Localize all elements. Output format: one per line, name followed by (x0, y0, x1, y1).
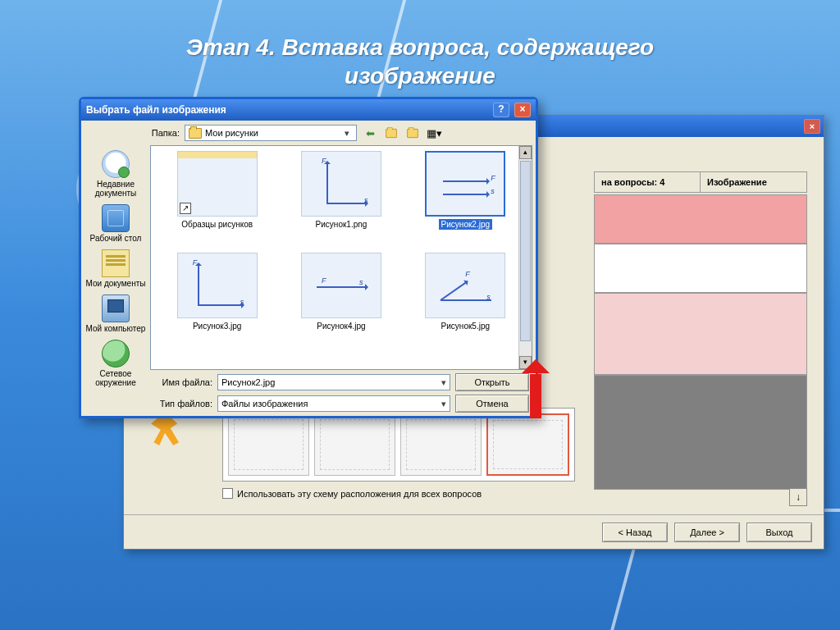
next-button[interactable]: Далее > (674, 523, 740, 542)
file-item-5[interactable]: F s Рисунок5.jpg (404, 253, 527, 351)
scroll-thumb[interactable] (520, 161, 531, 341)
wizard-empty-area (594, 375, 807, 490)
wizard-row-2[interactable] (594, 244, 807, 293)
file-label-0: Образцы рисунков (179, 219, 255, 230)
wizard-col-time: на вопросы: 4 (594, 171, 701, 193)
layout-thumbnails[interactable] (222, 408, 575, 482)
file-thumb-2: F s (425, 151, 505, 217)
file-thumb-4: F s (301, 253, 381, 318)
folder-value: Мои рисунки (205, 128, 258, 138)
file-item-samples[interactable]: ↗ Образцы рисунков (156, 151, 278, 249)
filename-input[interactable]: Рисунок2.jpg ▾ (217, 374, 450, 390)
up-one-level-icon[interactable] (383, 125, 399, 141)
places-bar: Недавние документы Рабочий стол Мои доку… (81, 145, 150, 370)
slide-title: Этап 4. Вставка вопроса, содержащего изо… (0, 33, 840, 90)
wizard-footer: < Назад Далее > Выход (124, 514, 824, 549)
place-documents[interactable]: Мои документы (84, 248, 147, 290)
spin-down-button[interactable]: ↓ (789, 488, 807, 506)
folder-combo[interactable]: Мои рисунки ▾ (185, 125, 357, 141)
close-button-icon[interactable]: × (514, 103, 531, 117)
place-computer-label: Мой компьютер (86, 324, 146, 333)
file-thumb-samples: ↗ (177, 151, 258, 217)
exit-button[interactable]: Выход (746, 523, 812, 542)
file-label-2: Рисунок2.jpg (439, 219, 492, 230)
file-label-1: Рисунок1.png (313, 219, 370, 230)
place-documents-label: Мои документы (86, 279, 146, 288)
help-button-icon[interactable]: ? (493, 103, 509, 117)
cancel-button[interactable]: Отмена (455, 395, 529, 413)
shortcut-icon: ↗ (180, 203, 191, 214)
back-button[interactable]: < Назад (602, 523, 668, 542)
filetype-label: Тип файлов: (155, 399, 212, 409)
desktop-icon (102, 204, 130, 232)
place-recent-label: Недавние документы (95, 180, 137, 198)
wizard-close-icon[interactable]: × (804, 119, 820, 134)
file-label-4: Рисунок4.jpg (314, 321, 368, 331)
filetype-select[interactable]: Файлы изображения ▾ (217, 395, 450, 412)
back-icon[interactable]: ⬅ (362, 125, 378, 141)
file-list-area[interactable]: ↗ Образцы рисунков F s Рисунок1.png (150, 145, 532, 370)
place-desktop-label: Рабочий стол (90, 234, 142, 243)
scroll-up-icon[interactable]: ▴ (519, 146, 532, 159)
folder-icon (189, 128, 202, 139)
use-layout-label: Использовать эту схему расположения для … (237, 489, 482, 499)
filetype-value: Файлы изображения (221, 399, 308, 409)
wizard-col-image: Изображение (701, 171, 807, 193)
file-thumb-1: F s (301, 151, 381, 217)
dialog-toolbar: Папка: Мои рисунки ▾ ⬅ ▦▾ (81, 121, 536, 145)
file-item-3[interactable]: F s Рисунок3.jpg (156, 253, 278, 351)
chevron-down-icon[interactable]: ▾ (441, 377, 446, 388)
file-label-5: Рисунок5.jpg (439, 321, 492, 331)
network-icon (102, 340, 130, 368)
filename-value: Рисунок2.jpg (221, 377, 275, 387)
file-item-1[interactable]: F s Рисунок1.png (280, 151, 402, 249)
layout-option-2[interactable] (314, 413, 395, 476)
dialog-bottom-panel: Имя файла: Рисунок2.jpg ▾ Открыть Тип фа… (81, 370, 536, 416)
new-folder-icon[interactable] (404, 125, 421, 141)
place-desktop[interactable]: Рабочий стол (84, 203, 147, 244)
place-computer[interactable]: Мой компьютер (84, 293, 147, 335)
my-documents-icon (102, 249, 130, 277)
open-file-dialog: Выбрать файл изображения ? × Папка: Мои … (79, 97, 538, 418)
filename-label: Имя файла: (155, 377, 212, 387)
place-network-label: Сетевое окружение (95, 369, 135, 387)
place-network[interactable]: Сетевое окружение (84, 338, 147, 389)
open-button[interactable]: Открыть (455, 373, 529, 391)
file-label-3: Рисунок3.jpg (190, 321, 244, 331)
place-recent[interactable]: Недавние документы (84, 148, 147, 199)
slide-title-line1: Этап 4. Вставка вопроса, содержащего (186, 34, 654, 60)
callout-arrow-icon (525, 359, 546, 418)
layout-option-1[interactable] (228, 413, 309, 476)
dialog-titlebar: Выбрать файл изображения ? × (81, 99, 536, 121)
layout-option-3[interactable] (400, 413, 482, 476)
my-computer-icon (102, 294, 130, 322)
wizard-table-header: на вопросы: 4 Изображение (594, 171, 807, 193)
file-area-scrollbar[interactable]: ▴ ▾ (518, 146, 532, 369)
file-thumb-5: F s (425, 253, 505, 318)
layout-option-4[interactable] (486, 413, 569, 476)
recent-documents-icon (102, 150, 130, 178)
file-item-4[interactable]: F s Рисунок4.jpg (280, 253, 402, 351)
wizard-row-3[interactable] (594, 293, 807, 375)
folder-label: Папка: (147, 128, 180, 138)
slide-title-line2: изображение (345, 63, 495, 89)
view-menu-icon[interactable]: ▦▾ (426, 125, 442, 141)
file-item-2-selected[interactable]: F s Рисунок2.jpg (404, 151, 527, 249)
wizard-row-selected[interactable] (594, 194, 807, 244)
use-layout-checkbox[interactable] (222, 488, 233, 499)
file-thumb-3: F s (177, 253, 258, 318)
chevron-down-icon[interactable]: ▾ (340, 128, 353, 139)
chevron-down-icon[interactable]: ▾ (441, 399, 446, 409)
dialog-title: Выбрать файл изображения (86, 104, 488, 116)
